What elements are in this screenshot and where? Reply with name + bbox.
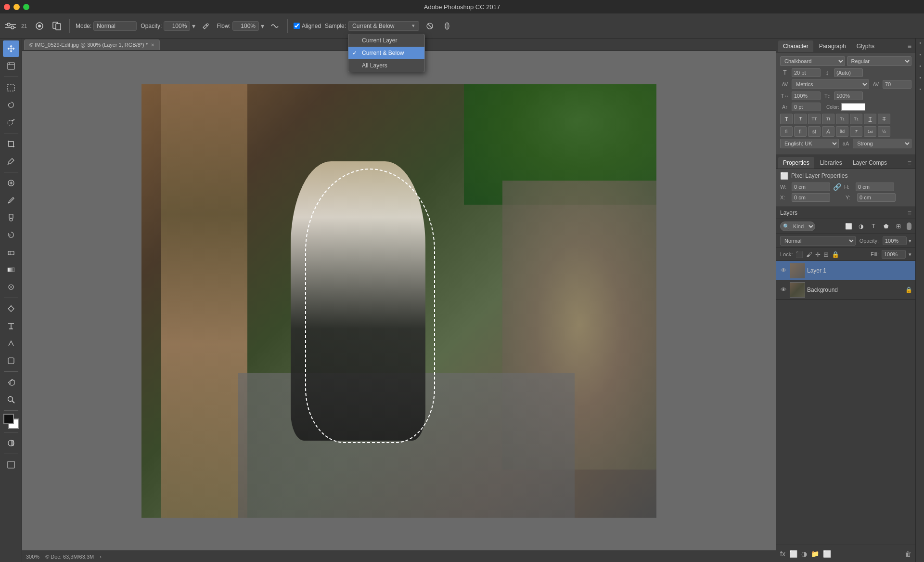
- hand-tool[interactable]: [3, 374, 19, 391]
- font-size-input[interactable]: [792, 68, 821, 77]
- tab-libraries[interactable]: Libraries: [815, 157, 847, 169]
- aligned-checkbox[interactable]: [294, 23, 300, 29]
- canvas-wrapper[interactable]: [22, 51, 776, 550]
- window-controls[interactable]: [4, 4, 29, 10]
- layers-opacity-input[interactable]: [883, 236, 907, 245]
- tab-paragraph[interactable]: Paragraph: [814, 40, 851, 52]
- airbrush-icon[interactable]: [199, 19, 213, 33]
- history-brush-tool[interactable]: [3, 227, 19, 243]
- discretionary-btn[interactable]: st: [808, 126, 821, 137]
- screen-mode-tool[interactable]: [3, 457, 19, 473]
- x-input[interactable]: [792, 193, 830, 202]
- opacity-input[interactable]: [164, 21, 190, 31]
- allcaps-btn[interactable]: TT: [808, 114, 821, 124]
- sample-dropdown[interactable]: Current & Below ▾ Current Layer ✓ Curren…: [348, 21, 419, 31]
- lock-all-btn[interactable]: 🔒: [832, 251, 839, 258]
- side-history-icon[interactable]: ▪: [917, 64, 923, 69]
- height-input[interactable]: [856, 183, 894, 191]
- tool-options-icon[interactable]: [4, 19, 17, 33]
- layer-visibility-background[interactable]: 👁: [779, 286, 788, 294]
- color-swatch[interactable]: [841, 103, 865, 111]
- y-input[interactable]: [857, 193, 896, 202]
- flow-control[interactable]: Flow: ▾: [217, 21, 264, 31]
- lock-artboard-btn[interactable]: ⊞: [823, 251, 829, 258]
- delete-layer-icon[interactable]: 🗑: [905, 550, 911, 558]
- quick-select-tool[interactable]: [3, 114, 19, 131]
- width-input[interactable]: [792, 183, 830, 191]
- minimize-button[interactable]: [13, 4, 20, 10]
- layers-blend-mode-select[interactable]: Normal: [780, 236, 856, 246]
- eyedropper-tool[interactable]: [3, 153, 19, 170]
- kerning-select[interactable]: Metrics: [792, 79, 869, 89]
- shape-tool[interactable]: [3, 353, 19, 369]
- strikethrough-btn[interactable]: T: [878, 114, 890, 124]
- superscript-btn[interactable]: T1: [836, 114, 848, 124]
- clone-stamp-tool[interactable]: [3, 209, 19, 226]
- underline-btn[interactable]: T: [864, 114, 876, 124]
- gradient-tool[interactable]: [3, 261, 19, 278]
- artboard-tool[interactable]: [3, 58, 19, 74]
- filter-shape-btn[interactable]: ⬟: [881, 221, 891, 232]
- brush-tool[interactable]: [3, 192, 19, 209]
- foreground-color-swatch[interactable]: [3, 414, 14, 424]
- filter-adjust-btn[interactable]: ◑: [856, 221, 866, 232]
- eraser-tool[interactable]: [3, 244, 19, 261]
- pressure-icon[interactable]: [440, 19, 454, 33]
- adjustment-icon[interactable]: ◑: [801, 550, 807, 558]
- subscript-btn[interactable]: T1: [850, 114, 862, 124]
- ordinal-btn[interactable]: 1st: [864, 126, 876, 137]
- zoom-tool[interactable]: [3, 392, 19, 408]
- blur-tool[interactable]: [3, 279, 19, 295]
- fill-input[interactable]: [882, 250, 906, 259]
- italic-btn[interactable]: T: [794, 114, 807, 124]
- contextual-btn[interactable]: T: [850, 126, 862, 137]
- move-tool[interactable]: [3, 40, 19, 57]
- maximize-button[interactable]: [23, 4, 29, 10]
- crop-tool[interactable]: [3, 136, 19, 152]
- lock-image-btn[interactable]: 🖌: [806, 251, 812, 258]
- tab-glyphs[interactable]: Glyphs: [852, 40, 879, 52]
- panel-menu-icon[interactable]: ≡: [906, 40, 913, 52]
- smoothing-icon[interactable]: [268, 19, 282, 33]
- sample-control[interactable]: Sample: Current & Below ▾ Current Layer …: [325, 21, 419, 31]
- healing-tool[interactable]: [3, 175, 19, 191]
- lock-transparent-btn[interactable]: ⬛: [796, 251, 803, 258]
- new-layer-icon[interactable]: ⬜: [823, 550, 831, 558]
- clone-source-icon[interactable]: [50, 19, 64, 33]
- aligned-control[interactable]: Aligned: [294, 23, 321, 29]
- bold-btn[interactable]: T: [780, 114, 793, 124]
- path-selection-tool[interactable]: [3, 335, 19, 352]
- anti-alias-select[interactable]: Strong: [853, 139, 911, 148]
- scale-h-input[interactable]: [792, 91, 821, 100]
- tab-close-icon[interactable]: ✕: [151, 42, 154, 48]
- titling-btn[interactable]: ãd: [836, 126, 848, 137]
- side-channels-icon[interactable]: ▪: [917, 87, 923, 92]
- tracking-input[interactable]: [883, 80, 911, 89]
- font-style-select[interactable]: Regular: [847, 56, 912, 66]
- filter-type-btn[interactable]: T: [868, 221, 879, 232]
- tab-layer-comps[interactable]: Layer Comps: [848, 157, 892, 169]
- mode-control[interactable]: Mode: Normal: [76, 21, 137, 31]
- smallcaps-btn[interactable]: Tt: [822, 114, 834, 124]
- dropdown-item-all-layers[interactable]: All Layers: [348, 59, 424, 72]
- lock-position-btn[interactable]: ✛: [815, 251, 821, 258]
- tab-character[interactable]: Character: [778, 40, 813, 52]
- layer-visibility-layer1[interactable]: 👁: [779, 266, 788, 275]
- layers-menu-icon[interactable]: ≡: [908, 209, 911, 217]
- filter-toggle[interactable]: [907, 222, 911, 230]
- dropdown-item-current-below[interactable]: ✓ Current & Below: [348, 47, 424, 59]
- scale-v-input[interactable]: [834, 91, 863, 100]
- filter-pixel-btn[interactable]: ⬜: [843, 221, 854, 232]
- folder-icon[interactable]: 📁: [811, 550, 819, 558]
- canvas-tab-active[interactable]: © IMG_0529-Edit.jpg @ 300% (Layer 1, RGB…: [24, 39, 160, 50]
- fraction-btn[interactable]: ½: [878, 126, 890, 137]
- oldstyle-btn[interactable]: ﬁ: [794, 126, 807, 137]
- add-mask-icon[interactable]: ⬜: [789, 550, 797, 558]
- mode-select[interactable]: Normal: [93, 21, 137, 31]
- quick-mask-tool[interactable]: [3, 435, 19, 451]
- layer-item-layer1[interactable]: 👁 Layer 1: [776, 261, 915, 280]
- language-select[interactable]: English: UK: [780, 139, 839, 148]
- swash-btn[interactable]: A: [822, 126, 834, 137]
- marquee-tool[interactable]: [3, 79, 19, 96]
- brush-preset-icon[interactable]: [33, 19, 46, 33]
